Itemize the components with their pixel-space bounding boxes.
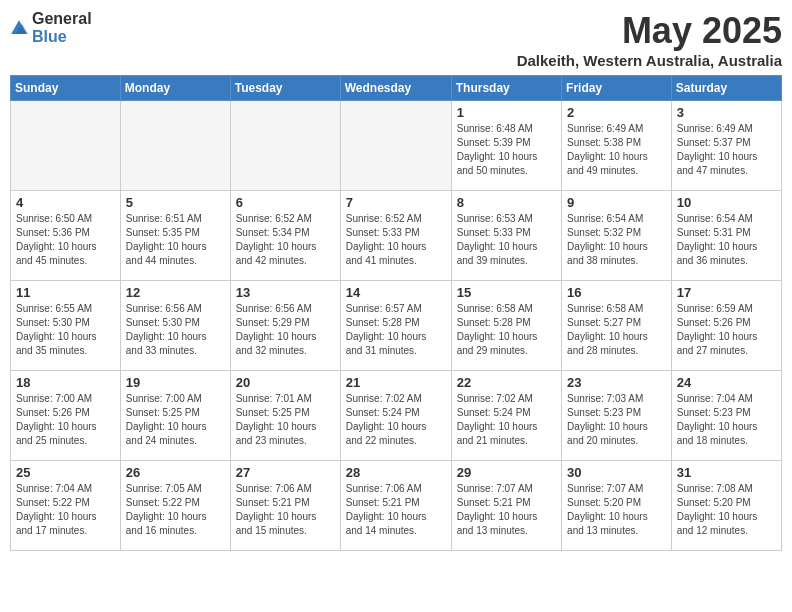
calendar-cell — [11, 101, 121, 191]
week-row-3: 11Sunrise: 6:55 AM Sunset: 5:30 PM Dayli… — [11, 281, 782, 371]
day-info: Sunrise: 7:01 AM Sunset: 5:25 PM Dayligh… — [236, 392, 335, 448]
calendar-cell: 11Sunrise: 6:55 AM Sunset: 5:30 PM Dayli… — [11, 281, 121, 371]
weekday-header-friday: Friday — [562, 76, 672, 101]
day-number: 26 — [126, 465, 225, 480]
day-number: 27 — [236, 465, 335, 480]
day-number: 1 — [457, 105, 556, 120]
day-number: 28 — [346, 465, 446, 480]
day-number: 17 — [677, 285, 776, 300]
month-title: May 2025 — [517, 10, 782, 52]
day-info: Sunrise: 7:07 AM Sunset: 5:21 PM Dayligh… — [457, 482, 556, 538]
calendar-cell: 17Sunrise: 6:59 AM Sunset: 5:26 PM Dayli… — [671, 281, 781, 371]
calendar-cell: 9Sunrise: 6:54 AM Sunset: 5:32 PM Daylig… — [562, 191, 672, 281]
calendar-cell: 1Sunrise: 6:48 AM Sunset: 5:39 PM Daylig… — [451, 101, 561, 191]
day-info: Sunrise: 6:54 AM Sunset: 5:31 PM Dayligh… — [677, 212, 776, 268]
day-info: Sunrise: 6:49 AM Sunset: 5:38 PM Dayligh… — [567, 122, 666, 178]
calendar-cell: 21Sunrise: 7:02 AM Sunset: 5:24 PM Dayli… — [340, 371, 451, 461]
calendar-cell: 23Sunrise: 7:03 AM Sunset: 5:23 PM Dayli… — [562, 371, 672, 461]
day-info: Sunrise: 7:06 AM Sunset: 5:21 PM Dayligh… — [346, 482, 446, 538]
calendar-cell: 6Sunrise: 6:52 AM Sunset: 5:34 PM Daylig… — [230, 191, 340, 281]
calendar-cell: 20Sunrise: 7:01 AM Sunset: 5:25 PM Dayli… — [230, 371, 340, 461]
day-info: Sunrise: 6:49 AM Sunset: 5:37 PM Dayligh… — [677, 122, 776, 178]
calendar-cell — [230, 101, 340, 191]
calendar-cell: 3Sunrise: 6:49 AM Sunset: 5:37 PM Daylig… — [671, 101, 781, 191]
calendar-cell: 5Sunrise: 6:51 AM Sunset: 5:35 PM Daylig… — [120, 191, 230, 281]
day-info: Sunrise: 6:58 AM Sunset: 5:28 PM Dayligh… — [457, 302, 556, 358]
day-number: 11 — [16, 285, 115, 300]
day-info: Sunrise: 7:06 AM Sunset: 5:21 PM Dayligh… — [236, 482, 335, 538]
day-info: Sunrise: 6:54 AM Sunset: 5:32 PM Dayligh… — [567, 212, 666, 268]
day-number: 12 — [126, 285, 225, 300]
day-number: 4 — [16, 195, 115, 210]
day-info: Sunrise: 6:57 AM Sunset: 5:28 PM Dayligh… — [346, 302, 446, 358]
logo-text: General Blue — [32, 10, 92, 46]
day-number: 10 — [677, 195, 776, 210]
day-number: 18 — [16, 375, 115, 390]
calendar-cell: 26Sunrise: 7:05 AM Sunset: 5:22 PM Dayli… — [120, 461, 230, 551]
calendar-cell: 12Sunrise: 6:56 AM Sunset: 5:30 PM Dayli… — [120, 281, 230, 371]
calendar-cell — [120, 101, 230, 191]
day-number: 19 — [126, 375, 225, 390]
day-number: 6 — [236, 195, 335, 210]
day-number: 23 — [567, 375, 666, 390]
calendar-cell: 10Sunrise: 6:54 AM Sunset: 5:31 PM Dayli… — [671, 191, 781, 281]
calendar-cell: 28Sunrise: 7:06 AM Sunset: 5:21 PM Dayli… — [340, 461, 451, 551]
day-info: Sunrise: 6:50 AM Sunset: 5:36 PM Dayligh… — [16, 212, 115, 268]
calendar-cell: 14Sunrise: 6:57 AM Sunset: 5:28 PM Dayli… — [340, 281, 451, 371]
day-info: Sunrise: 7:08 AM Sunset: 5:20 PM Dayligh… — [677, 482, 776, 538]
calendar-cell: 4Sunrise: 6:50 AM Sunset: 5:36 PM Daylig… — [11, 191, 121, 281]
day-info: Sunrise: 6:56 AM Sunset: 5:30 PM Dayligh… — [126, 302, 225, 358]
day-info: Sunrise: 6:52 AM Sunset: 5:33 PM Dayligh… — [346, 212, 446, 268]
calendar-cell: 31Sunrise: 7:08 AM Sunset: 5:20 PM Dayli… — [671, 461, 781, 551]
calendar-table: SundayMondayTuesdayWednesdayThursdayFrid… — [10, 75, 782, 551]
day-number: 16 — [567, 285, 666, 300]
weekday-header-row: SundayMondayTuesdayWednesdayThursdayFrid… — [11, 76, 782, 101]
day-number: 5 — [126, 195, 225, 210]
calendar-cell: 8Sunrise: 6:53 AM Sunset: 5:33 PM Daylig… — [451, 191, 561, 281]
day-number: 24 — [677, 375, 776, 390]
day-number: 14 — [346, 285, 446, 300]
week-row-4: 18Sunrise: 7:00 AM Sunset: 5:26 PM Dayli… — [11, 371, 782, 461]
day-number: 15 — [457, 285, 556, 300]
weekday-header-tuesday: Tuesday — [230, 76, 340, 101]
day-number: 21 — [346, 375, 446, 390]
day-info: Sunrise: 7:00 AM Sunset: 5:26 PM Dayligh… — [16, 392, 115, 448]
day-number: 3 — [677, 105, 776, 120]
day-info: Sunrise: 6:58 AM Sunset: 5:27 PM Dayligh… — [567, 302, 666, 358]
weekday-header-thursday: Thursday — [451, 76, 561, 101]
day-info: Sunrise: 6:51 AM Sunset: 5:35 PM Dayligh… — [126, 212, 225, 268]
calendar-cell: 2Sunrise: 6:49 AM Sunset: 5:38 PM Daylig… — [562, 101, 672, 191]
calendar-cell: 24Sunrise: 7:04 AM Sunset: 5:23 PM Dayli… — [671, 371, 781, 461]
day-info: Sunrise: 7:00 AM Sunset: 5:25 PM Dayligh… — [126, 392, 225, 448]
logo: General Blue — [10, 10, 92, 46]
day-info: Sunrise: 7:02 AM Sunset: 5:24 PM Dayligh… — [457, 392, 556, 448]
day-number: 22 — [457, 375, 556, 390]
calendar-cell: 7Sunrise: 6:52 AM Sunset: 5:33 PM Daylig… — [340, 191, 451, 281]
day-info: Sunrise: 6:59 AM Sunset: 5:26 PM Dayligh… — [677, 302, 776, 358]
day-info: Sunrise: 7:03 AM Sunset: 5:23 PM Dayligh… — [567, 392, 666, 448]
day-info: Sunrise: 7:04 AM Sunset: 5:23 PM Dayligh… — [677, 392, 776, 448]
weekday-header-monday: Monday — [120, 76, 230, 101]
day-number: 8 — [457, 195, 556, 210]
weekday-header-sunday: Sunday — [11, 76, 121, 101]
week-row-1: 1Sunrise: 6:48 AM Sunset: 5:39 PM Daylig… — [11, 101, 782, 191]
calendar-cell: 13Sunrise: 6:56 AM Sunset: 5:29 PM Dayli… — [230, 281, 340, 371]
day-number: 29 — [457, 465, 556, 480]
logo-blue: Blue — [32, 28, 67, 45]
day-info: Sunrise: 7:04 AM Sunset: 5:22 PM Dayligh… — [16, 482, 115, 538]
day-number: 20 — [236, 375, 335, 390]
day-info: Sunrise: 7:02 AM Sunset: 5:24 PM Dayligh… — [346, 392, 446, 448]
day-number: 9 — [567, 195, 666, 210]
day-info: Sunrise: 6:52 AM Sunset: 5:34 PM Dayligh… — [236, 212, 335, 268]
day-info: Sunrise: 6:53 AM Sunset: 5:33 PM Dayligh… — [457, 212, 556, 268]
day-number: 2 — [567, 105, 666, 120]
day-info: Sunrise: 6:56 AM Sunset: 5:29 PM Dayligh… — [236, 302, 335, 358]
calendar-cell: 29Sunrise: 7:07 AM Sunset: 5:21 PM Dayli… — [451, 461, 561, 551]
calendar-cell: 22Sunrise: 7:02 AM Sunset: 5:24 PM Dayli… — [451, 371, 561, 461]
calendar-cell — [340, 101, 451, 191]
week-row-5: 25Sunrise: 7:04 AM Sunset: 5:22 PM Dayli… — [11, 461, 782, 551]
calendar-cell: 25Sunrise: 7:04 AM Sunset: 5:22 PM Dayli… — [11, 461, 121, 551]
calendar-cell: 16Sunrise: 6:58 AM Sunset: 5:27 PM Dayli… — [562, 281, 672, 371]
weekday-header-saturday: Saturday — [671, 76, 781, 101]
header: General Blue May 2025 Dalkeith, Western … — [10, 10, 782, 69]
